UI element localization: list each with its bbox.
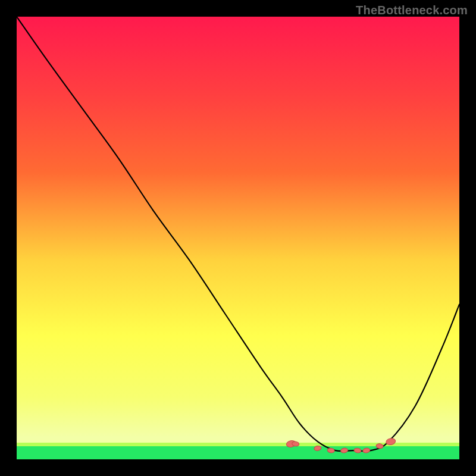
bottleneck-chart-svg [17,17,459,459]
gradient-background [17,17,459,459]
plot-area [17,17,459,459]
chart-outer-frame: TheBottleneck.com [0,0,476,476]
watermark-text: TheBottleneck.com [356,4,468,17]
green-band [17,446,459,459]
